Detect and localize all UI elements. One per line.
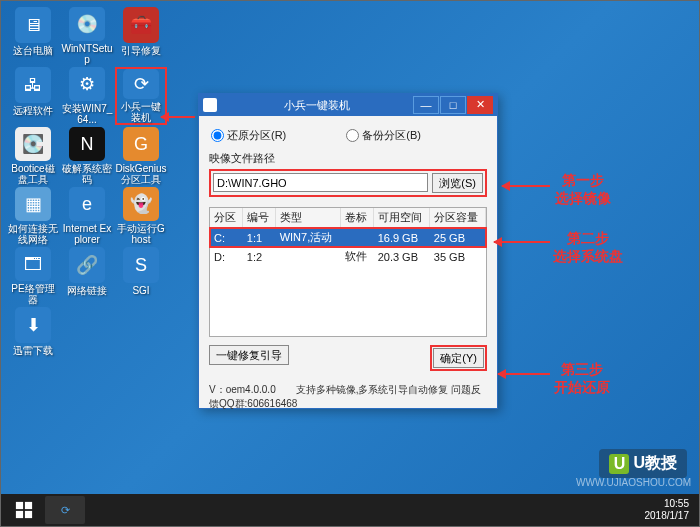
backup-radio-label: 备份分区(B) <box>362 128 421 143</box>
system-tray[interactable]: 10:55 2018/1/17 <box>645 498 696 522</box>
desktop-icon[interactable]: ⚙安装WIN7_64... <box>61 67 113 125</box>
browse-button[interactable]: 浏览(S) <box>432 173 483 193</box>
minimize-button[interactable]: — <box>413 96 439 114</box>
step2-title: 第二步 <box>553 229 623 247</box>
desktop-icon[interactable]: 🗔PE络管理器 <box>7 247 59 305</box>
desktop-icon[interactable]: ▦如何连接无线网络 <box>7 187 59 245</box>
svg-rect-3 <box>25 511 32 518</box>
installer-window: 小兵一键装机 — □ ✕ 还原分区(R) 备份分区(B) 映像文件路径 浏览(S… <box>198 93 498 409</box>
desktop-icon-label: 小兵一键装机 <box>117 101 165 123</box>
col-volume[interactable]: 卷标 <box>340 208 373 228</box>
backup-radio-input[interactable] <box>346 129 359 142</box>
cell: 35 GB <box>429 247 485 266</box>
window-title: 小兵一键装机 <box>221 98 412 113</box>
cell <box>340 228 373 248</box>
desktop-icon[interactable]: 🔗网络链接 <box>61 247 113 305</box>
desktop-glyph-icon: 🗔 <box>15 247 51 281</box>
desktop-icon-label: DiskGenius分区工具 <box>115 163 167 185</box>
brand-text: U教授 <box>633 453 677 474</box>
desktop-icon[interactable]: 🖥这台电脑 <box>7 7 59 65</box>
cell: WIN7,活动 <box>275 228 340 248</box>
step3-sub: 开始还原 <box>554 378 610 396</box>
desktop-icon[interactable]: 💽Bootice磁盘工具 <box>7 127 59 185</box>
desktop-icon[interactable]: 🧰引导修复 <box>115 7 167 65</box>
image-path-input[interactable] <box>213 173 428 192</box>
desktop-glyph-icon: ⬇ <box>15 307 51 343</box>
col-capacity[interactable]: 分区容量 <box>429 208 485 228</box>
app-glyph-icon: ⟳ <box>61 504 70 517</box>
desktop-icon-label: WinNTSetup <box>61 43 113 65</box>
col-type[interactable]: 类型 <box>275 208 340 228</box>
desktop-icon[interactable]: eInternet Explorer <box>61 187 113 245</box>
backup-radio[interactable]: 备份分区(B) <box>346 128 421 143</box>
desktop-icon[interactable]: 💿WinNTSetup <box>61 7 113 65</box>
status-bar: V：oem4.0.0.0 支持多种镜像,多系统引导自动修复 问题反馈QQ群:60… <box>199 379 497 411</box>
ok-button[interactable]: 确定(Y) <box>433 348 484 368</box>
brand-badge: U U教授 <box>599 449 687 478</box>
step2-sub: 选择系统盘 <box>553 247 623 265</box>
desktop-icon-label: 手动运行Ghost <box>115 223 167 245</box>
svg-rect-0 <box>16 502 23 509</box>
taskbar: ⟳ 10:55 2018/1/17 <box>1 494 699 526</box>
desktop-icon[interactable]: 👻手动运行Ghost <box>115 187 167 245</box>
start-button[interactable] <box>5 496 43 524</box>
table-row[interactable]: C:1:1WIN7,活动16.9 GB25 GB <box>210 228 486 248</box>
desktop-glyph-icon: ▦ <box>15 187 51 221</box>
col-number[interactable]: 编号 <box>242 208 275 228</box>
path-label: 映像文件路径 <box>209 151 487 166</box>
desktop-icon-label: SGI <box>132 285 149 296</box>
desktop-icon[interactable]: GDiskGenius分区工具 <box>115 127 167 185</box>
col-free[interactable]: 可用空间 <box>373 208 429 228</box>
step1-title: 第一步 <box>555 171 611 189</box>
col-partition[interactable]: 分区 <box>210 208 242 228</box>
desktop-icon-label: 安装WIN7_64... <box>61 103 113 125</box>
tray-time: 10:55 <box>645 498 690 510</box>
restore-radio[interactable]: 还原分区(R) <box>211 128 286 143</box>
titlebar: 小兵一键装机 — □ ✕ <box>199 94 497 116</box>
desktop-glyph-icon: N <box>69 127 105 161</box>
desktop-icon-label: 远程软件 <box>13 105 53 116</box>
desktop-icon-label: PE络管理器 <box>7 283 59 305</box>
watermark: WWW.UJIAOSHOU.COM <box>576 477 691 488</box>
cell: C: <box>210 228 242 248</box>
desktop-glyph-icon: 👻 <box>123 187 159 221</box>
desktop-icon[interactable]: 🖧远程软件 <box>7 67 59 125</box>
cell: D: <box>210 247 242 266</box>
desktop-icon-label: 网络链接 <box>67 285 107 296</box>
desktop-icon-label: 这台电脑 <box>13 45 53 56</box>
desktop-glyph-icon: ⟳ <box>123 69 159 99</box>
desktop-icon-label: 迅雷下载 <box>13 345 53 356</box>
desktop-glyph-icon: 🧰 <box>123 7 159 43</box>
boot-repair-button[interactable]: 一键修复引导 <box>209 345 289 365</box>
maximize-button[interactable]: □ <box>440 96 466 114</box>
cell: 软件 <box>340 247 373 266</box>
desktop-icon-label: Bootice磁盘工具 <box>7 163 59 185</box>
desktop-glyph-icon: 🔗 <box>69 247 105 283</box>
desktop-glyph-icon: 🖥 <box>15 7 51 43</box>
desktop-glyph-icon: S <box>123 247 159 283</box>
desktop-glyph-icon: e <box>69 187 105 221</box>
cell <box>275 247 340 266</box>
desktop-icon[interactable]: N破解系统密码 <box>61 127 113 185</box>
svg-rect-2 <box>16 511 23 518</box>
cell: 1:2 <box>242 247 275 266</box>
restore-radio-input[interactable] <box>211 129 224 142</box>
table-row[interactable]: D:1:2软件20.3 GB35 GB <box>210 247 486 266</box>
close-button[interactable]: ✕ <box>467 96 493 114</box>
desktop-icon-label: 破解系统密码 <box>61 163 113 185</box>
cell: 1:1 <box>242 228 275 248</box>
tray-date: 2018/1/17 <box>645 510 690 522</box>
restore-radio-label: 还原分区(R) <box>227 128 286 143</box>
desktop-glyph-icon: ⚙ <box>69 67 105 101</box>
brand-icon: U <box>609 454 629 474</box>
desktop-glyph-icon: 🖧 <box>15 67 51 103</box>
cell: 25 GB <box>429 228 485 248</box>
desktop-icon-label: 如何连接无线网络 <box>7 223 59 245</box>
image-path-row: 浏览(S) <box>209 169 487 197</box>
taskbar-app-1[interactable]: ⟳ <box>45 496 85 524</box>
cell: 16.9 GB <box>373 228 429 248</box>
desktop-glyph-icon: 💽 <box>15 127 51 161</box>
desktop-icon[interactable]: ⬇迅雷下载 <box>7 307 59 365</box>
app-icon <box>203 98 217 112</box>
desktop-icon[interactable]: SSGI <box>115 247 167 305</box>
